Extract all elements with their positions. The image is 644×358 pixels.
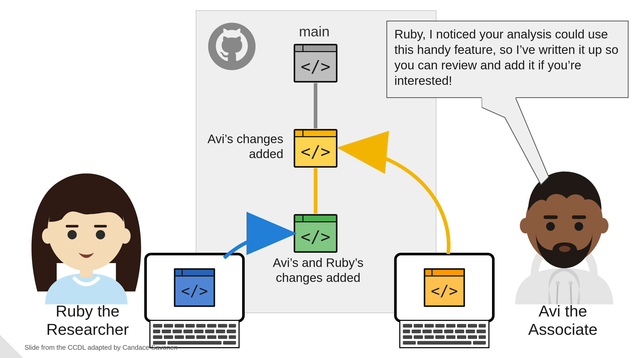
slide: main </> </> </> Avi’s changes added Avi… (0, 0, 644, 358)
svg-rect-12 (544, 215, 558, 219)
speech-bubble: Ruby, I noticed your analysis could use … (386, 21, 629, 98)
svg-rect-22 (482, 97, 516, 98)
svg-point-14 (546, 222, 555, 231)
svg-point-2 (67, 230, 77, 239)
ruby-caption: Ruby the Researcher (33, 302, 142, 339)
svg-rect-4 (66, 225, 79, 227)
speech-bubble-tail-icon (482, 97, 559, 200)
svg-point-11 (597, 218, 608, 233)
slide-attribution: Slide from the CCDL adapted by Candace S… (24, 344, 178, 352)
svg-point-0 (208, 23, 256, 70)
main-branch-label: main (276, 23, 353, 40)
svg-point-10 (520, 218, 531, 233)
ruby-laptop-icon: </> (144, 253, 245, 351)
svg-line-18 (571, 284, 571, 304)
svg-rect-5 (94, 225, 107, 227)
corner-fold-icon (0, 335, 23, 358)
github-icon (206, 21, 258, 72)
svg-rect-13 (572, 215, 586, 219)
avi-laptop-icon: </> (394, 253, 495, 351)
svg-marker-21 (482, 97, 549, 185)
commit-both-icon: </> (294, 214, 337, 253)
ruby-local-code-icon: </> (174, 268, 215, 307)
svg-point-3 (96, 230, 105, 239)
label-both-changes: Avi’s and Ruby’s changes added (268, 255, 368, 285)
svg-rect-8 (80, 266, 93, 277)
label-avi-changes: Avi’s changes added (201, 132, 283, 161)
ruby-avatar (23, 170, 149, 304)
avi-local-code-icon: </> (424, 268, 465, 307)
svg-point-6 (42, 228, 53, 244)
svg-point-7 (119, 228, 131, 244)
commit-main-icon: </> (294, 44, 337, 83)
svg-point-20 (569, 281, 573, 285)
svg-line-17 (557, 284, 558, 304)
avi-caption: Avi the Associate (518, 302, 608, 339)
commit-avi-icon: </> (294, 129, 337, 168)
svg-point-19 (556, 281, 560, 285)
svg-point-16 (559, 246, 570, 252)
svg-point-15 (574, 222, 583, 231)
